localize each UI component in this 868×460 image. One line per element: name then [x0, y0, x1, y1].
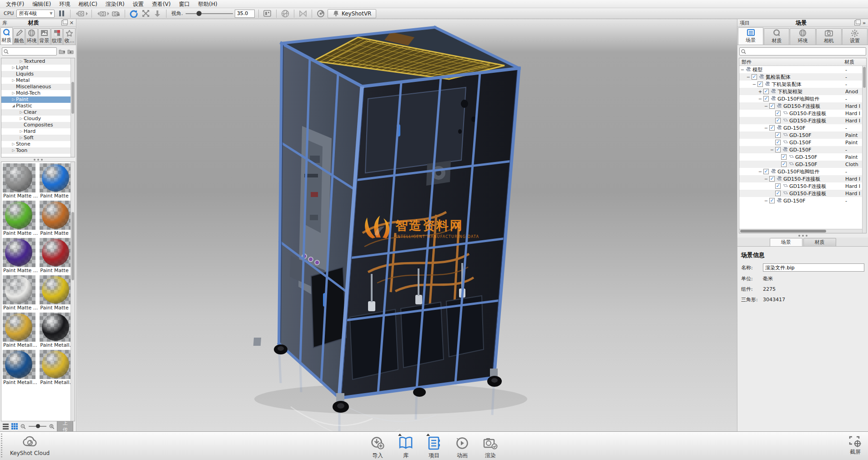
- library-tree-item[interactable]: ▷Paint: [1, 96, 75, 103]
- scene-tree-row[interactable]: ✓GD150-F连接板Hard I: [739, 110, 866, 117]
- project-splitter[interactable]: [737, 233, 868, 238]
- render-camera-button[interactable]: 渲染: [479, 434, 501, 460]
- animation-play-button[interactable]: 动画: [451, 434, 473, 460]
- project-tab-4[interactable]: 设置: [842, 28, 868, 45]
- swatch-scrollbar[interactable]: [71, 162, 75, 421]
- project-tab-0[interactable]: 场景: [738, 27, 763, 45]
- keyshot-cloud-button[interactable]: KeyShot Cloud: [10, 435, 50, 456]
- visibility-checkbox[interactable]: ✓: [752, 74, 757, 80]
- project-tab-2[interactable]: 环境: [790, 28, 815, 45]
- material-swatch[interactable]: Paint Matte ...: [3, 275, 38, 312]
- visibility-checkbox[interactable]: ✓: [757, 81, 763, 87]
- expand-plus-icon[interactable]: +: [758, 89, 762, 94]
- library-tree-item[interactable]: ▷Stone: [1, 141, 75, 147]
- menu-item-5[interactable]: 设置: [129, 0, 148, 8]
- scene-tree-row[interactable]: ✓GD-150FPaint: [739, 139, 866, 146]
- pause-button[interactable]: [56, 9, 66, 18]
- collapse-minus-icon[interactable]: −: [764, 177, 768, 182]
- screenshot-button[interactable]: 截屏: [849, 435, 862, 456]
- library-tree-item[interactable]: ▷Cloudy: [1, 116, 75, 122]
- library-tab-2[interactable]: 环境: [25, 28, 38, 45]
- library-search-box[interactable]: [2, 47, 57, 56]
- library-tree-item[interactable]: Composites: [1, 122, 75, 128]
- material-swatch[interactable]: Paint Matte ...: [40, 275, 75, 312]
- collapse-minus-icon[interactable]: −: [746, 75, 751, 80]
- float-panel-icon[interactable]: [854, 20, 860, 25]
- expand-arrow-icon[interactable]: ▷: [19, 58, 24, 65]
- visibility-checkbox[interactable]: ✓: [769, 103, 775, 109]
- visibility-checkbox[interactable]: ✓: [781, 154, 787, 160]
- subtab-0[interactable]: 场景: [770, 238, 802, 246]
- library-tree-item[interactable]: ▷Metal: [1, 77, 75, 84]
- list-view-icon[interactable]: [3, 424, 9, 430]
- collapse-arrow-icon[interactable]: ◢: [11, 103, 16, 109]
- library-tree-item[interactable]: ▷Soft: [1, 135, 75, 141]
- library-tab-1[interactable]: 颜色: [13, 28, 25, 45]
- material-swatch[interactable]: Paint Matte ...: [3, 163, 38, 200]
- material-swatch[interactable]: Paint Metall...: [40, 350, 75, 386]
- visibility-checkbox[interactable]: ✓: [769, 125, 775, 131]
- scene-tree-row[interactable]: −✓GD-150F-: [739, 124, 866, 131]
- visibility-checkbox[interactable]: ✓: [775, 118, 781, 123]
- zoom-in-icon[interactable]: [49, 424, 55, 430]
- material-swatch[interactable]: Paint Matte ...: [40, 238, 75, 274]
- material-swatch[interactable]: Paint Matte ...: [3, 201, 38, 237]
- expand-arrow-icon[interactable]: ▷: [19, 116, 24, 122]
- scene-tree-row[interactable]: −✓GD-150F-: [739, 146, 866, 153]
- camera-lock-icon[interactable]: [111, 9, 121, 18]
- expand-arrow-icon[interactable]: ▷: [11, 77, 16, 84]
- library-tree-item[interactable]: ▷Textured: [1, 58, 75, 65]
- scene-tree-row[interactable]: −✓下机架装配体-: [739, 81, 866, 88]
- cores-select[interactable]: 所有4核 ▼: [16, 10, 55, 18]
- library-tree-item[interactable]: ▷Light: [1, 65, 75, 71]
- scene-tree-row[interactable]: ✓GD150-F连接板Hard I: [739, 117, 866, 124]
- scene-tree-row[interactable]: −✓GD-150F地脚组件-: [739, 95, 866, 102]
- scene-name-input[interactable]: [763, 263, 864, 272]
- collapse-minus-icon[interactable]: −: [770, 147, 774, 152]
- project-search-input[interactable]: [747, 49, 864, 55]
- library-tree-item[interactable]: Liquids: [1, 71, 75, 77]
- project-tab-3[interactable]: 相机: [816, 28, 842, 45]
- scene-tree-row[interactable]: −✓氮检装配体-: [739, 73, 866, 81]
- visibility-checkbox[interactable]: ✓: [775, 132, 781, 138]
- library-search-input[interactable]: [10, 49, 55, 55]
- library-tab-3[interactable]: 背景: [38, 28, 50, 45]
- library-splitter[interactable]: [0, 157, 76, 162]
- import-button[interactable]: 导入: [367, 434, 389, 460]
- project-tab-1[interactable]: 材质: [764, 28, 789, 45]
- library-tab-0[interactable]: 材质: [0, 27, 13, 45]
- project-search-box[interactable]: [739, 47, 866, 56]
- pan-move-icon[interactable]: [141, 9, 151, 18]
- menu-item-7[interactable]: 窗口: [175, 0, 194, 8]
- menu-item-1[interactable]: 编辑(E): [28, 0, 55, 8]
- spin-icon[interactable]: [316, 9, 326, 18]
- menu-item-3[interactable]: 相机(C): [74, 0, 101, 8]
- visibility-checkbox[interactable]: ✓: [775, 183, 781, 189]
- scene-tree-row[interactable]: +✓下机架框架Anod: [739, 88, 866, 95]
- library-tree-scrollbar[interactable]: [71, 58, 75, 157]
- subtab-1[interactable]: 材质: [803, 238, 836, 246]
- menu-item-0[interactable]: 文件(F): [2, 0, 28, 8]
- collapse-minus-icon[interactable]: −: [764, 126, 768, 131]
- material-swatch[interactable]: Paint Metall...: [40, 313, 75, 349]
- project-doc-button[interactable]: 项目: [423, 434, 445, 460]
- dolly-down-icon[interactable]: [152, 9, 162, 18]
- material-swatch[interactable]: Paint Metall...: [3, 313, 38, 349]
- column-material[interactable]: 材质: [844, 59, 865, 66]
- scene-tree-row[interactable]: ✓GD150-F连接板Hard I: [739, 190, 866, 197]
- expand-arrow-icon[interactable]: ▷: [11, 147, 16, 154]
- add-folder-icon[interactable]: [59, 49, 66, 55]
- expand-arrow-icon[interactable]: ▷: [11, 65, 16, 71]
- library-tree-item[interactable]: ▷Hard: [1, 128, 75, 135]
- scene-tree-vscrollbar[interactable]: [862, 66, 866, 233]
- menu-item-2[interactable]: 环境: [55, 0, 74, 8]
- library-tab-5[interactable]: 收...: [63, 28, 76, 45]
- thumbnail-size-slider[interactable]: [29, 426, 46, 427]
- float-panel-icon[interactable]: [61, 20, 67, 25]
- vr-toggle-icon[interactable]: [298, 9, 308, 18]
- scene-tree-row[interactable]: −模型-: [739, 66, 866, 73]
- visibility-checkbox[interactable]: ✓: [775, 111, 781, 116]
- expand-arrow-icon[interactable]: ▷: [19, 128, 24, 135]
- visibility-checkbox[interactable]: ✓: [775, 191, 781, 196]
- menu-item-6[interactable]: 查看(V): [148, 0, 175, 8]
